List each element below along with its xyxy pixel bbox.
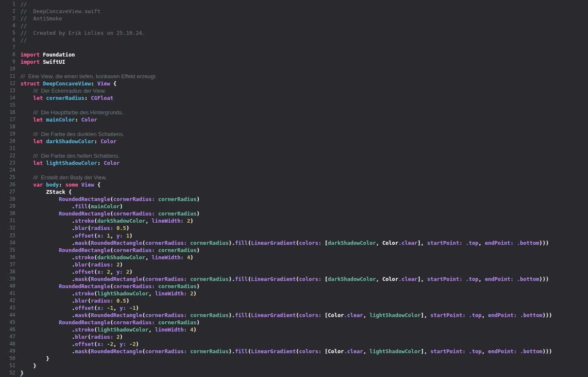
code-line[interactable]: 40 RoundedRectangle(cornerRadius: corner… (0, 283, 588, 290)
code-line[interactable]: 16 /// Die Hauptfarbe des Hintergrunds. (0, 109, 588, 116)
line-number[interactable]: 4 (0, 22, 15, 29)
line-number[interactable]: 5 (0, 29, 15, 37)
code-line[interactable]: 50 } (0, 355, 588, 362)
line-number[interactable]: 34 (0, 239, 15, 247)
line-number[interactable]: 1 (0, 0, 15, 8)
line-number[interactable]: 42 (0, 297, 15, 304)
line-number[interactable]: 29 (0, 203, 15, 210)
line-number[interactable]: 11 (0, 73, 15, 80)
line-number[interactable]: 30 (0, 210, 15, 217)
line-number[interactable]: 17 (0, 116, 15, 123)
code-line[interactable]: 21 (0, 145, 588, 152)
code-line[interactable]: 14 let cornerRadius: CGFloat (0, 94, 588, 102)
code-line[interactable]: 22 /// Die Farbe des hellen Schattens. (0, 152, 588, 159)
line-number[interactable]: 20 (0, 138, 15, 145)
code-line[interactable]: 33 .offset(x: 1, y: 1) (0, 232, 588, 239)
line-number[interactable]: 16 (0, 109, 15, 116)
code-line[interactable]: 48 .offset(x: -2, y: -2) (0, 340, 588, 348)
code-line[interactable]: 4// (0, 22, 588, 29)
line-number[interactable]: 27 (0, 188, 15, 196)
line-number[interactable]: 19 (0, 130, 15, 138)
line-number[interactable]: 2 (0, 8, 15, 15)
line-number[interactable]: 46 (0, 326, 15, 333)
code-line[interactable]: 20 let darkShadowColor: Color (0, 138, 588, 145)
line-number[interactable]: 50 (0, 355, 15, 362)
code-line[interactable]: 39 .mask(RoundedRectangle(cornerRadius: … (0, 275, 588, 283)
line-number[interactable]: 23 (0, 159, 15, 167)
code-line[interactable]: 1// (0, 0, 588, 8)
line-number[interactable]: 6 (0, 37, 15, 44)
code-line[interactable]: 10 (0, 65, 588, 73)
line-number[interactable]: 7 (0, 44, 15, 51)
code-line[interactable]: 38 .offset(x: 2, y: 2) (0, 268, 588, 275)
code-line[interactable]: 5// Created by Erik Lolies on 25.10.24. (0, 29, 588, 37)
line-number[interactable]: 36 (0, 254, 15, 261)
line-number[interactable]: 13 (0, 87, 15, 94)
code-line[interactable]: 2// DeepConcaveView.swift (0, 8, 588, 15)
code-line[interactable]: 31 .stroke(darkShadowColor, lineWidth: 2… (0, 217, 588, 224)
code-line[interactable]: 17 let mainColor: Color (0, 116, 588, 123)
code-line[interactable]: 46 .stroke(lightShadowColor, lineWidth: … (0, 326, 588, 333)
line-number[interactable]: 37 (0, 261, 15, 268)
line-number[interactable]: 45 (0, 319, 15, 326)
code-line[interactable]: 7 (0, 44, 588, 51)
code-line[interactable]: 11/// Eine View, die einen tiefen, konka… (0, 73, 588, 80)
code-line[interactable]: 18 (0, 123, 588, 130)
code-line[interactable]: 19 /// Die Farbe des dunklen Schattens. (0, 130, 588, 138)
line-number[interactable]: 39 (0, 275, 15, 283)
code-line[interactable]: 45 RoundedRectangle(cornerRadius: corner… (0, 319, 588, 326)
code-line[interactable]: 35 RoundedRectangle(cornerRadius: corner… (0, 247, 588, 254)
line-number[interactable]: 51 (0, 362, 15, 369)
line-number[interactable]: 52 (0, 369, 15, 377)
code-line[interactable]: 44 .mask(RoundedRectangle(cornerRadius: … (0, 312, 588, 319)
code-line[interactable]: 12struct DeepConcaveView: View { (0, 80, 588, 87)
code-line[interactable]: 32 .blur(radius: 0.5) (0, 224, 588, 232)
code-line[interactable]: 49 .mask(RoundedRectangle(cornerRadius: … (0, 348, 588, 355)
line-number[interactable]: 26 (0, 181, 15, 188)
line-number[interactable]: 33 (0, 232, 15, 239)
line-number[interactable]: 41 (0, 290, 15, 297)
line-number[interactable]: 40 (0, 283, 15, 290)
line-number[interactable]: 35 (0, 247, 15, 254)
line-number[interactable]: 18 (0, 123, 15, 130)
line-number[interactable]: 8 (0, 51, 15, 58)
code-line[interactable]: 36 .stroke(darkShadowColor, lineWidth: 4… (0, 254, 588, 261)
code-line[interactable]: 26 var body: some View { (0, 181, 588, 188)
code-line[interactable]: 52} (0, 369, 588, 377)
code-line[interactable]: 34 .mask(RoundedRectangle(cornerRadius: … (0, 239, 588, 247)
code-line[interactable]: 13 /// Der Eckenradius der View. (0, 87, 588, 94)
line-number[interactable]: 25 (0, 174, 15, 181)
line-number[interactable]: 43 (0, 304, 15, 312)
code-line[interactable]: 9import SwiftUI (0, 58, 588, 65)
line-number[interactable]: 44 (0, 312, 15, 319)
code-line[interactable]: 47 .blur(radius: 2) (0, 333, 588, 340)
line-number[interactable]: 15 (0, 102, 15, 109)
code-line[interactable]: 6// (0, 37, 588, 44)
line-number[interactable]: 12 (0, 80, 15, 87)
line-number[interactable]: 49 (0, 348, 15, 355)
code-line[interactable]: 30 RoundedRectangle(cornerRadius: corner… (0, 210, 588, 217)
code-line[interactable]: 23 let lightShadowColor: Color (0, 159, 588, 167)
code-line[interactable]: 29 .fill(mainColor) (0, 203, 588, 210)
code-line[interactable]: 15 (0, 102, 588, 109)
line-number[interactable]: 38 (0, 268, 15, 275)
line-number[interactable]: 31 (0, 217, 15, 224)
code-line[interactable]: 3// AntiSmoke (0, 15, 588, 22)
code-line[interactable]: 37 .blur(radius: 2) (0, 261, 588, 268)
line-number[interactable]: 24 (0, 167, 15, 174)
line-number[interactable]: 47 (0, 333, 15, 340)
line-number[interactable]: 9 (0, 58, 15, 65)
line-number[interactable]: 14 (0, 94, 15, 102)
line-number[interactable]: 21 (0, 145, 15, 152)
line-number[interactable]: 3 (0, 15, 15, 22)
code-line[interactable]: 24 (0, 167, 588, 174)
code-line[interactable]: 41 .stroke(lightShadowColor, lineWidth: … (0, 290, 588, 297)
line-number[interactable]: 22 (0, 152, 15, 159)
code-line[interactable]: 8import Foundation (0, 51, 588, 58)
code-line[interactable]: 27 ZStack { (0, 188, 588, 196)
line-number[interactable]: 28 (0, 196, 15, 203)
line-number[interactable]: 32 (0, 224, 15, 232)
code-line[interactable]: 51 } (0, 362, 588, 369)
code-line[interactable]: 25 /// Erstellt den Body der View. (0, 174, 588, 181)
line-number[interactable]: 48 (0, 340, 15, 348)
